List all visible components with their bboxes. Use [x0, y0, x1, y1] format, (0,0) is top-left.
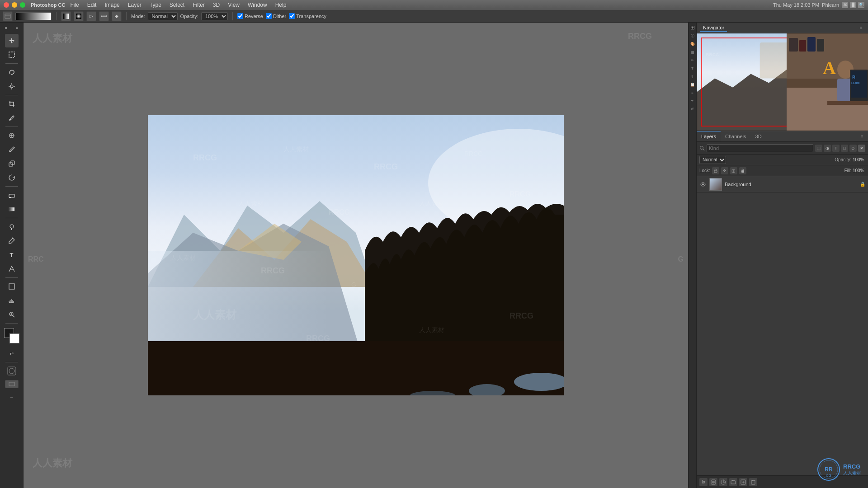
tab-channels[interactable]: Channels [721, 131, 750, 141]
transparency-checkbox[interactable] [289, 13, 295, 19]
move-tool[interactable] [5, 34, 19, 47]
transparency-label[interactable]: Transparency [289, 13, 326, 19]
layer-adjustment-button[interactable] [719, 478, 727, 486]
menu-file[interactable]: File [69, 2, 80, 8]
lock-pixels-button[interactable] [712, 167, 719, 174]
properties-paths[interactable]: ✒ [689, 98, 696, 104]
reverse-label[interactable]: Reverse [237, 13, 263, 19]
menu-filter[interactable]: Filter [191, 2, 206, 8]
svg-point-18 [10, 225, 14, 228]
clone-stamp-tool[interactable] [5, 157, 19, 170]
radial-gradient-button[interactable] [74, 11, 84, 21]
dither-label[interactable]: Dither [266, 13, 286, 19]
path-selection-tool[interactable] [5, 262, 19, 276]
menu-image[interactable]: Image [103, 2, 121, 8]
crop-tool[interactable] [5, 97, 19, 111]
maximize-button[interactable] [20, 2, 25, 8]
lock-artboard-button[interactable]: ◫ [730, 167, 737, 174]
reflected-gradient-button[interactable]: ⟺ [99, 11, 109, 21]
menu-window[interactable]: Window [246, 2, 269, 8]
tool-preset-button[interactable] [3, 11, 13, 21]
angle-gradient-button[interactable]: ▷ [86, 11, 96, 21]
lock-all-button[interactable] [739, 167, 746, 174]
properties-character[interactable]: T [689, 65, 696, 71]
history-brush-tool[interactable] [5, 171, 19, 184]
quick-mask-button[interactable] [5, 364, 19, 378]
filter-adjust-icon[interactable]: ◑ [824, 145, 831, 152]
properties-navigator[interactable]: ⊞ [689, 24, 696, 31]
screen-mode-button[interactable] [5, 380, 19, 388]
menu-select[interactable]: Select [168, 2, 186, 8]
mode-select[interactable]: Normal [148, 12, 178, 20]
gradient-preview[interactable] [15, 12, 52, 20]
navigator-menu-icon[interactable]: ≡ [858, 25, 864, 31]
properties-color[interactable]: 🎨 [689, 41, 696, 47]
layer-visibility-toggle[interactable] [699, 181, 707, 188]
background-color[interactable] [9, 333, 19, 343]
linear-gradient-button[interactable] [61, 11, 71, 21]
menu-3d[interactable]: 3D [212, 2, 221, 8]
filter-type-icon[interactable]: T [832, 145, 840, 152]
close-button[interactable] [4, 2, 9, 8]
tool-separator-8 [5, 362, 18, 362]
switch-colors-button[interactable]: ⇄ [5, 347, 19, 360]
properties-channels[interactable]: ≡ [689, 89, 696, 96]
dodge-tool[interactable] [5, 220, 19, 234]
eyedropper-tool[interactable] [5, 111, 19, 125]
properties-paragraph[interactable]: ¶ [689, 73, 696, 80]
menu-help[interactable]: Help [274, 2, 288, 8]
menu-type[interactable]: Type [148, 2, 163, 8]
eraser-tool[interactable] [5, 188, 19, 202]
layers-menu-icon[interactable]: ≡ [859, 133, 865, 140]
navigator-tab[interactable]: Navigator [700, 24, 727, 32]
layer-new-button[interactable] [739, 478, 747, 486]
canvas-artwork: RRCG 人人素材 RRCG RRCG 人人素材 RRCG 人人素材 RRCG … [148, 115, 564, 395]
reverse-checkbox[interactable] [237, 13, 243, 19]
shape-tool[interactable] [5, 280, 19, 293]
dither-checkbox[interactable] [266, 13, 272, 19]
gradient-tool[interactable] [5, 202, 19, 216]
filter-off-icon[interactable]: ✕ [858, 145, 865, 152]
type-tool[interactable]: T [5, 248, 19, 262]
layer-fx-button[interactable]: fx [699, 478, 708, 486]
filter-pixel-icon[interactable]: ⬚ [815, 145, 822, 152]
filter-shape-icon[interactable]: □ [841, 145, 848, 152]
svg-text:RRCG: RRCG [374, 162, 398, 171]
lasso-tool[interactable] [5, 66, 19, 79]
properties-swatches[interactable]: ▦ [689, 49, 696, 55]
minimize-button[interactable] [12, 2, 17, 8]
healing-brush-tool[interactable] [5, 129, 19, 142]
marquee-tool[interactable] [5, 48, 19, 61]
layer-mask-button[interactable] [709, 478, 717, 486]
layers-search-input[interactable] [707, 144, 813, 152]
blend-mode-select[interactable]: Normal [699, 156, 726, 164]
properties-history[interactable]: ↺ [689, 106, 696, 112]
panel-double-arrow[interactable]: » [12, 24, 22, 32]
lock-position-button[interactable]: ✛ [721, 167, 728, 174]
filter-smart-icon[interactable]: ⊙ [849, 145, 857, 152]
tab-3d[interactable]: 3D [751, 131, 766, 141]
search-icon[interactable]: 🔍 [858, 2, 864, 8]
menu-view[interactable]: View [226, 2, 241, 8]
pen-tool[interactable] [5, 234, 19, 248]
layer-group-button[interactable] [729, 478, 737, 486]
layer-delete-button[interactable] [749, 478, 757, 486]
svg-text:RRCG: RRCG [193, 153, 217, 162]
brush-tool[interactable] [5, 143, 19, 156]
layer-row[interactable]: Background 🔒 [697, 176, 868, 192]
properties-brush[interactable]: ✏ [689, 57, 696, 63]
hand-tool[interactable] [5, 294, 19, 307]
menu-bar: File Edit Image Layer Type Select Filter… [69, 2, 769, 8]
properties-info[interactable]: ⓘ [689, 33, 696, 39]
canvas-area[interactable]: RRCG 人人素材 RRCG RRCG 人人素材 RRCG 人人素材 RRCG … [24, 23, 688, 488]
magic-wand-tool[interactable] [5, 80, 19, 93]
opacity-select[interactable]: 100% [201, 12, 228, 20]
menu-edit[interactable]: Edit [86, 2, 98, 8]
more-tools-button[interactable]: ··· [5, 390, 19, 404]
zoom-tool[interactable] [5, 308, 19, 321]
properties-layers[interactable]: 📋 [689, 81, 696, 88]
panel-toggle-button[interactable]: ≡ [1, 24, 11, 32]
diamond-gradient-button[interactable]: ◆ [112, 11, 122, 21]
tab-layers[interactable]: Layers [697, 131, 721, 141]
menu-layer[interactable]: Layer [127, 2, 143, 8]
